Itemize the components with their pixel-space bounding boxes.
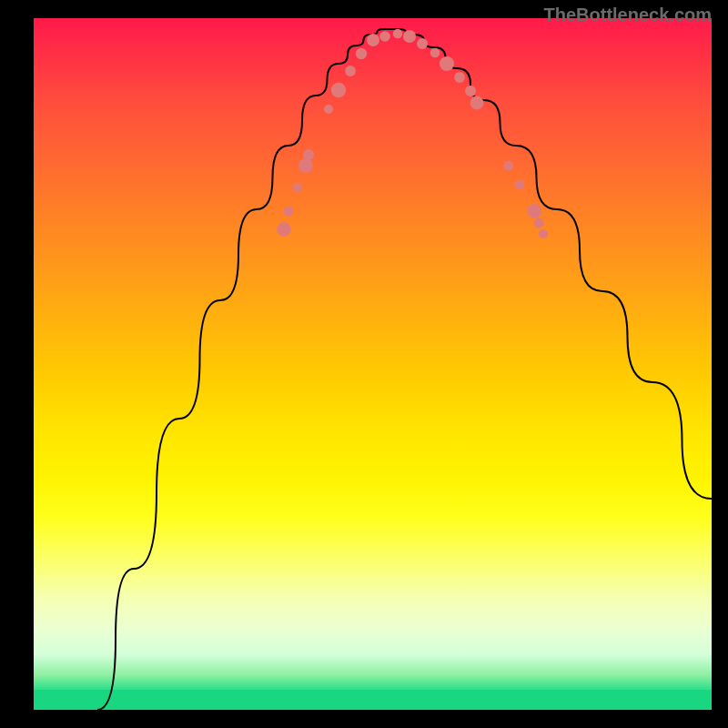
boundary-dot (331, 83, 346, 97)
watermark-text: TheBottleneck.com (544, 5, 712, 25)
boundary-dot (534, 218, 544, 228)
boundary-dot (403, 30, 416, 43)
boundary-dot (379, 31, 390, 42)
boundary-dot (515, 180, 525, 190)
boundary-dot (417, 38, 428, 49)
boundary-dot (367, 34, 379, 46)
boundary-dot (356, 48, 367, 59)
boundary-dot (298, 158, 313, 173)
boundary-dot (430, 48, 440, 58)
boundary-dot (527, 204, 541, 218)
boundary-dot (393, 29, 402, 38)
boundary-dot (345, 66, 356, 76)
boundary-dot (539, 229, 548, 238)
boundary-dot (465, 86, 476, 96)
boundary-dot (454, 72, 465, 83)
boundary-dot (284, 207, 294, 217)
bottleneck-curve (97, 29, 712, 710)
curve-group (97, 29, 712, 710)
marker-group (277, 29, 548, 238)
boundary-dot (303, 149, 314, 160)
boundary-dot (293, 183, 302, 192)
boundary-dot (440, 56, 454, 71)
chart-svg (34, 18, 712, 710)
boundary-dot (324, 105, 333, 114)
chart-container (34, 18, 712, 710)
boundary-dot (277, 222, 291, 237)
boundary-dot (504, 161, 514, 171)
boundary-dot (470, 96, 484, 110)
